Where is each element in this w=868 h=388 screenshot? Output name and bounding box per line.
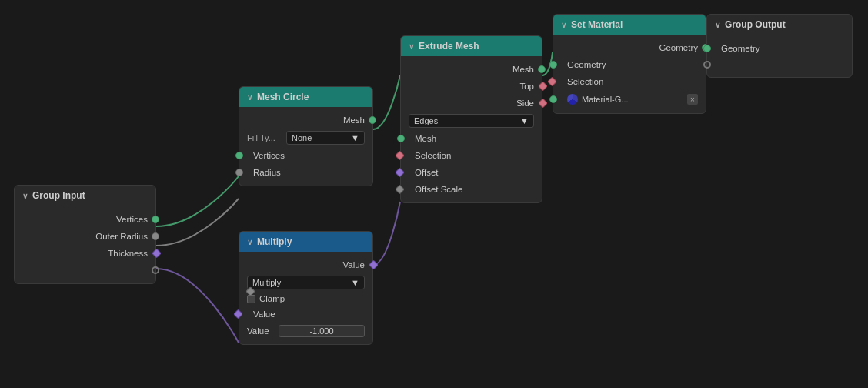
extrude-mesh-in-label: Mesh — [415, 134, 436, 143]
group-output-extra-row — [707, 57, 852, 72]
node-group-output-title: Group Output — [725, 19, 786, 30]
node-group-output-body: Geometry — [707, 35, 852, 77]
extrude-mesh-in-row: Mesh — [401, 130, 542, 147]
chevron-down-icon-mul: ▼ — [351, 278, 359, 287]
node-extrude-mesh-title: Extrude Mesh — [419, 41, 479, 52]
group-input-extra-socket[interactable] — [152, 266, 159, 274]
mesh-circle-mesh-row: Mesh — [239, 112, 372, 129]
mesh-circle-vertices-label: Vertices — [253, 151, 285, 160]
extrude-top-out-label: Top — [519, 82, 534, 91]
extrude-top-out-socket[interactable] — [538, 82, 548, 92]
extrude-top-out-row: Top — [401, 78, 542, 95]
node-mesh-circle-body: Mesh Fill Ty... None ▼ Vertices Radius — [239, 107, 372, 186]
multiply-value-out-label: Value — [342, 260, 365, 269]
group-output-geo-row: Geometry — [707, 40, 852, 57]
multiply-value-field-row: Value -1.000 — [239, 323, 372, 340]
node-group-output: ∨ Group Output Geometry — [706, 14, 853, 78]
set-material-selection-socket[interactable] — [547, 77, 557, 87]
multiply-clamp-checkbox[interactable] — [247, 295, 255, 303]
group-input-outer-radius-row: Outer Radius — [15, 228, 155, 245]
group-input-outer-radius-label: Outer Radius — [95, 232, 148, 241]
group-input-outer-radius-socket[interactable] — [152, 232, 159, 240]
extrude-side-out-row: Side — [401, 95, 542, 112]
node-multiply: ∨ Multiply Value Multiply ▼ Clamp Value … — [239, 231, 373, 345]
node-group-output-header: ∨ Group Output — [707, 15, 852, 35]
group-input-circle-row — [15, 262, 155, 279]
node-group-input: ∨ Group Input Vertices Outer Radius Thic… — [14, 185, 156, 284]
chevron-icon: ∨ — [22, 192, 28, 200]
mesh-circle-radius-label: Radius — [253, 168, 281, 177]
multiply-clamp-label: Clamp — [259, 294, 285, 303]
extrude-mesh-out-socket[interactable] — [538, 65, 546, 73]
set-material-geo-in-socket[interactable] — [549, 61, 557, 69]
multiply-operation-dropdown[interactable]: Multiply ▼ — [247, 276, 365, 289]
group-input-thickness-socket[interactable] — [152, 249, 162, 259]
set-material-mat-socket[interactable] — [549, 95, 557, 103]
set-material-geo-in-label: Geometry — [567, 60, 606, 69]
extrude-offset-socket[interactable] — [395, 168, 405, 178]
set-material-material-row: Material-G... × — [553, 90, 706, 109]
set-material-geo-in-row: Geometry — [553, 56, 706, 73]
multiply-clamp-row: Clamp — [239, 292, 372, 306]
chevron-icon-em: ∨ — [409, 42, 414, 51]
group-output-extra-socket[interactable] — [703, 61, 711, 69]
extrude-offset-scale-socket[interactable] — [395, 185, 405, 195]
mesh-circle-fill-label: Fill Ty... — [247, 133, 282, 142]
node-mesh-circle: ∨ Mesh Circle Mesh Fill Ty... None ▼ Ver… — [239, 86, 373, 186]
mesh-circle-vertices-socket[interactable] — [235, 152, 243, 159]
node-multiply-title: Multiply — [257, 236, 292, 247]
multiply-value-out-row: Value — [239, 256, 372, 273]
chevron-down-icon: ▼ — [351, 133, 359, 142]
extrude-side-out-socket[interactable] — [538, 99, 548, 109]
extrude-offset-scale-row: Offset Scale — [401, 181, 542, 198]
node-set-material-header: ∨ Set Material — [553, 15, 706, 35]
set-material-selection-label: Selection — [567, 77, 603, 86]
group-output-geo-label: Geometry — [721, 44, 760, 53]
extrude-offset-label: Offset — [415, 168, 438, 177]
extrude-selection-label: Selection — [415, 151, 451, 160]
mesh-circle-fill-value: None — [292, 133, 312, 142]
set-material-geo-out-row: Geometry — [553, 39, 706, 56]
extrude-selection-socket[interactable] — [395, 151, 405, 161]
extrude-mesh-out-label: Mesh — [512, 65, 534, 74]
group-input-thickness-row: Thickness — [15, 245, 155, 262]
multiply-value-in-row: Value — [239, 306, 372, 323]
multiply-value-out-socket[interactable] — [369, 260, 379, 270]
set-material-selection-row: Selection — [553, 73, 706, 90]
chevron-icon-go: ∨ — [715, 21, 720, 29]
extrude-selection-row: Selection — [401, 147, 542, 164]
node-multiply-header: ∨ Multiply — [239, 232, 372, 252]
node-set-material: ∨ Set Material Geometry Geometry Selecti… — [553, 14, 706, 114]
extrude-offset-row: Offset — [401, 164, 542, 181]
node-extrude-mesh: ∨ Extrude Mesh Mesh Top Side Edges ▼ Mes… — [400, 35, 542, 203]
node-set-material-title: Set Material — [571, 19, 623, 30]
node-extrude-mesh-body: Mesh Top Side Edges ▼ Mesh Selection — [401, 56, 542, 202]
node-group-input-header: ∨ Group Input — [15, 186, 155, 206]
mesh-circle-radius-row: Radius — [239, 164, 372, 181]
extrude-edges-value: Edges — [414, 116, 438, 125]
group-input-vertices-row: Vertices — [15, 211, 155, 228]
chevron-icon-sm: ∨ — [561, 21, 566, 29]
material-icon — [567, 94, 578, 105]
set-material-geo-out-label: Geometry — [659, 43, 699, 52]
extrude-edges-dropdown[interactable]: Edges ▼ — [409, 114, 534, 128]
extrude-mesh-in-socket[interactable] — [397, 135, 405, 142]
mesh-circle-mesh-label: Mesh — [343, 115, 365, 125]
mesh-circle-fill-row: Fill Ty... None ▼ — [239, 129, 372, 147]
multiply-operation-value: Multiply — [252, 278, 281, 287]
multiply-value-in-label: Value — [253, 309, 275, 319]
mesh-circle-fill-dropdown[interactable]: None ▼ — [286, 131, 365, 145]
multiply-value-field-label: Value — [247, 326, 274, 336]
multiply-operation-row: Multiply ▼ — [239, 273, 372, 292]
group-input-thickness-label: Thickness — [108, 249, 148, 258]
multiply-value-in-socket[interactable] — [233, 309, 243, 319]
chevron-icon-mc: ∨ — [247, 93, 252, 102]
mesh-circle-radius-socket[interactable] — [235, 169, 243, 176]
group-input-vertices-socket[interactable] — [152, 216, 159, 223]
multiply-value-input[interactable]: -1.000 — [279, 325, 365, 337]
mesh-circle-mesh-socket[interactable] — [369, 116, 376, 124]
node-mesh-circle-title: Mesh Circle — [257, 92, 309, 102]
material-close-button[interactable]: × — [687, 94, 698, 105]
group-output-geo-socket[interactable] — [703, 45, 711, 52]
node-mesh-circle-header: ∨ Mesh Circle — [239, 87, 372, 107]
